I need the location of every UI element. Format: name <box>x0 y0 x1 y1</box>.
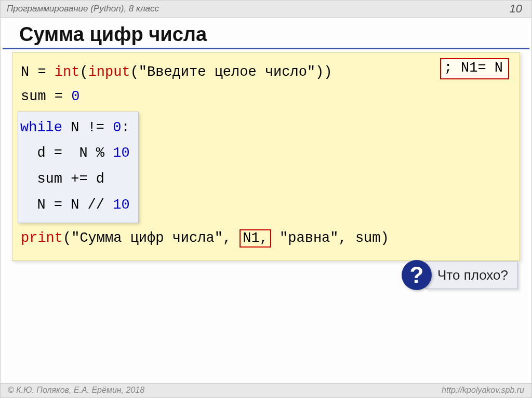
code-loop-line-1: while N != 0: <box>20 115 130 141</box>
code-line-1: N = int(input("Введите целое число")) <box>21 60 511 85</box>
code-loop-box: while N != 0: d = N % 10 sum += d N = N … <box>18 112 139 224</box>
footer-copyright: © К.Ю. Поляков, Е.А. Ерёмин, 2018 <box>8 386 144 395</box>
question-text: Что плохо? <box>425 262 518 289</box>
header-bar: Программирование (Python), 8 класс 10 <box>1 1 531 18</box>
question-mark-icon: ? <box>402 260 432 290</box>
code-line-2: sum = 0 <box>21 85 511 109</box>
course-label: Программирование (Python), 8 класс <box>7 4 159 14</box>
annotation-n1-ref: N1, <box>240 229 271 248</box>
page-title: Сумма цифр числа <box>3 18 529 49</box>
code-loop-line-4: N = N // 10 <box>20 193 130 218</box>
page-number: 10 <box>510 2 525 16</box>
code-block: ; N1= N N = int(input("Введите целое чис… <box>12 52 520 261</box>
code-line-print: print("Сумма цифр числа", N1, "равна", s… <box>21 226 511 251</box>
code-loop-line-3: sum += d <box>20 167 130 193</box>
code-loop-line-2: d = N % 10 <box>20 141 130 167</box>
question-callout: ? Что плохо? <box>402 260 518 290</box>
footer-url: http://kpolyakov.spb.ru <box>442 386 524 395</box>
footer-bar: © К.Ю. Поляков, Е.А. Ерёмин, 2018 http:/… <box>1 383 531 397</box>
